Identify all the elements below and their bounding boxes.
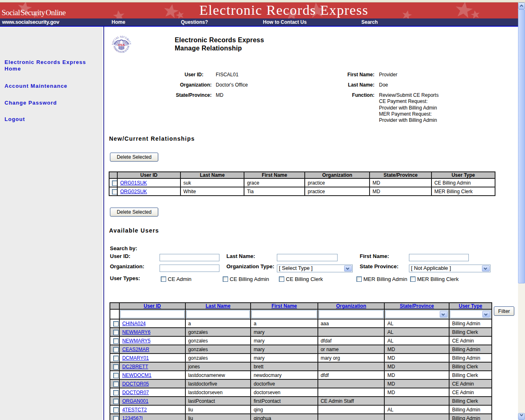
svg-text:USA: USA — [118, 43, 125, 47]
